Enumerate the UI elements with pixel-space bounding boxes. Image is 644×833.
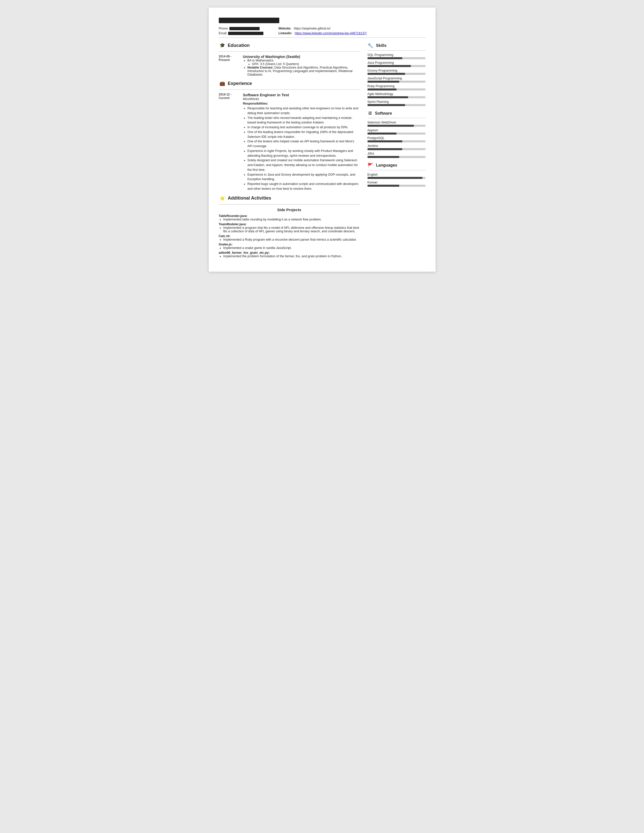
phone-label: Phone <box>219 27 228 30</box>
exp-bullet-5: One of the testers who helped create an … <box>248 139 360 149</box>
contact-info: Phone Email Website: https://anjameke.gi… <box>219 27 425 35</box>
language-korean-label: Korean <box>367 181 425 184</box>
exp-bullet-6: Experience in Agile Projects, by working… <box>248 149 360 158</box>
software-postgresql: PostgreSQL <box>367 136 425 142</box>
skill-sql: SQL Programming <box>367 53 425 59</box>
software-section: 🖥 Software Selenium WebDriver Appium Pos… <box>367 111 425 158</box>
project-teammodeler: TeamModeler.java: Implemented a program … <box>219 222 360 233</box>
software-appium-bar <box>367 132 425 135</box>
exp-bullet-7: Solely designed and created our mobile a… <box>248 158 360 172</box>
skill-agile-bar <box>367 96 425 98</box>
languages-section-title: Languages <box>376 163 397 167</box>
skills-divider <box>367 50 425 51</box>
software-divider <box>367 118 425 118</box>
software-postgresql-fill <box>367 140 402 142</box>
project-snakejs: Snake.js: Implemented a snake game in va… <box>219 243 360 250</box>
skills-items: SQL Programming Java Programming Groovy … <box>367 53 425 106</box>
software-selenium-fill <box>367 125 414 127</box>
projects-list: TableRounder.java: Implemented table rou… <box>219 214 360 258</box>
skill-sql-bar <box>367 57 425 59</box>
software-selenium-bar <box>367 125 425 127</box>
email-label: Email <box>219 32 227 35</box>
education-title: Education <box>228 43 250 48</box>
exp-bullet-3: In charge of increasing test automation … <box>248 125 360 130</box>
project-snakejs-bullets: Implemented a snake game in vanilla Java… <box>223 246 360 250</box>
skills-section-title: Skills <box>376 43 386 48</box>
language-korean: Korean <box>367 181 425 187</box>
skill-groovy: Groovy Programming <box>367 69 425 75</box>
software-jenkins-fill <box>367 148 402 150</box>
skill-javascript: JavaScript Programming <box>367 77 425 83</box>
project-teammodeler-title: TeamModeler.java: <box>219 222 247 226</box>
exp-company: MoxiWorks <box>243 97 360 101</box>
contact-right: Website: https://anjameke.github.io/ Lin… <box>279 27 367 35</box>
education-icon: 🎓 <box>219 42 226 49</box>
header-divider <box>219 37 425 38</box>
header: Phone Email Website: https://anjameke.gi… <box>219 18 425 38</box>
project-farmer-bullets: Implemented the problem formulation of t… <box>223 254 360 258</box>
linkedin-link[interactable]: https://www.linkedin.com/in/andrew-lee-4… <box>295 32 367 35</box>
software-selenium: Selenium WebDriver <box>367 121 425 127</box>
exp-bullet-1: Responsible for teaching and assisting o… <box>248 106 360 116</box>
project-calcrb-bullets: Implemented a Ruby program with a recurs… <box>223 238 360 241</box>
software-appium: Appium <box>367 129 425 135</box>
language-korean-fill <box>367 185 399 187</box>
resume-page: Phone Email Website: https://anjameke.gi… <box>209 8 436 272</box>
software-postgresql-bar <box>367 140 425 142</box>
exp-date: 2018-12 -Current <box>219 93 239 191</box>
project-farmer-title: adlee96_farmer_fox_grain_etc.py: <box>219 251 270 254</box>
software-jira-bar <box>367 156 425 158</box>
project-teammodeler-bullet-1: Implemented a program that fits a model … <box>223 226 360 233</box>
exp-content: Software Engineer in Test MoxiWorks Resp… <box>243 93 360 191</box>
software-section-title: Software <box>375 111 392 116</box>
exp-bullet-2: The leading tester who moved towards ada… <box>248 116 360 125</box>
language-english: English <box>367 173 425 179</box>
phone-redacted <box>229 27 259 30</box>
contact-left: Phone Email <box>219 27 263 35</box>
software-jira: JIRA <box>367 152 425 158</box>
phone-row: Phone <box>219 27 263 30</box>
skill-ruby-label: Ruby Programming <box>367 84 425 88</box>
email-redacted <box>228 32 263 35</box>
edu-date: 2014-09 -Present <box>219 55 239 76</box>
skill-sprint-fill <box>367 104 405 106</box>
project-tablerounder-bullets: Implemented table rounding by modelling … <box>223 218 360 221</box>
edu-school: University of Washington (Seattle) <box>243 55 360 59</box>
language-english-fill <box>367 177 423 179</box>
exp-resp-label: Responsibilities: <box>243 102 360 105</box>
experience-section-header: 💼 Experience <box>219 80 360 87</box>
software-jira-fill <box>367 156 399 158</box>
education-entry: 2014-09 -Present University of Washingto… <box>219 55 360 76</box>
project-calcrb: Calc.rb: Implemented a Ruby program with… <box>219 234 360 241</box>
skill-sql-fill <box>367 57 402 59</box>
languages-divider <box>367 170 425 170</box>
skill-java-bar <box>367 65 425 67</box>
skill-sql-label: SQL Programming <box>367 53 425 57</box>
software-jenkins: Jenkins <box>367 144 425 150</box>
email-row: Email <box>219 32 263 35</box>
left-column: 🎓 Education 2014-09 -Present University … <box>219 42 360 259</box>
skill-agile: Agile Methodology <box>367 92 425 98</box>
additional-section-header: ⭐ Additional Activities <box>219 195 360 202</box>
project-tablerounder: TableRounder.java: Implemented table rou… <box>219 214 360 221</box>
skills-section-header: 🔧 Skills <box>367 43 425 48</box>
exp-bullet-4: One of the leading testers responsible f… <box>248 130 360 139</box>
software-items: Selenium WebDriver Appium PostgreSQL Jen… <box>367 121 425 158</box>
linkedin-row: Linkedin: https://www.linkedin.com/in/an… <box>279 32 367 35</box>
right-column: 🔧 Skills SQL Programming Java Programmin… <box>367 42 425 259</box>
software-icon: 🖥 <box>367 111 372 116</box>
edu-content: University of Washington (Seattle) BA in… <box>243 55 360 76</box>
skill-sprint-bar <box>367 104 425 106</box>
exp-bullet-8: Experience in Java and Groovy developmen… <box>248 172 360 182</box>
software-jenkins-label: Jenkins <box>367 144 425 148</box>
edu-notable: Notable Courses: Data Structures and Alg… <box>248 66 360 76</box>
exp-bullets-list: Responsible for teaching and assisting o… <box>248 106 360 191</box>
edu-notable-label: Notable Courses: <box>248 66 274 69</box>
languages-items: English Korean <box>367 173 425 187</box>
project-tablerounder-title: TableRounder.java: <box>219 214 248 218</box>
name-redacted <box>219 18 279 23</box>
skill-java-fill <box>367 65 411 67</box>
main-layout: 🎓 Education 2014-09 -Present University … <box>219 42 425 259</box>
skills-icon: 🔧 <box>367 43 373 48</box>
skill-ruby: Ruby Programming <box>367 84 425 90</box>
